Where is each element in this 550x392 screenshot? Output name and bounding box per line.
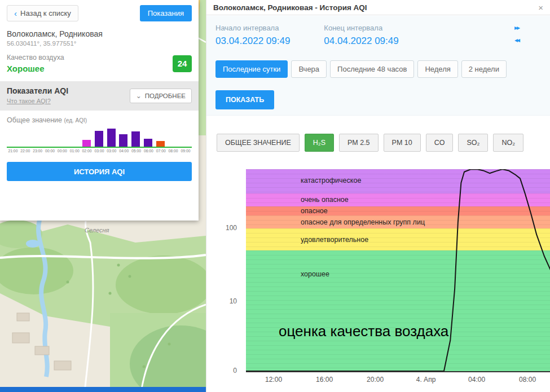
series-line-layer xyxy=(246,169,550,372)
x-tick-label: 08:00 xyxy=(519,376,536,384)
air-quality-label: Качество воздуха xyxy=(7,54,64,61)
details-button-label: ПОДРОБНЕЕ xyxy=(145,93,186,99)
aqi-indicators-section: Показатели AQI Что такое AQI? ⌄ ПОДРОБНЕ… xyxy=(0,81,199,111)
history-aqi-button[interactable]: ИСТОРИЯ AQI xyxy=(7,162,192,181)
map-attribution-bar xyxy=(0,387,206,392)
metric-tab-5[interactable]: CO xyxy=(426,134,454,152)
back-button-label: Назад к списку xyxy=(20,9,71,17)
mini-bar xyxy=(95,131,103,147)
mini-time-label: 03:00 xyxy=(93,149,105,153)
mini-time-label: 00:00 xyxy=(56,149,68,153)
station-name: Волоколамск, Родниковая xyxy=(7,29,192,38)
y-tick-label: 0 xyxy=(206,367,237,375)
mini-aqi-time-axis: 21:0022:0023:0000:0000:0001:0002:0003:00… xyxy=(7,149,192,153)
metric-tab-2[interactable]: H₂S xyxy=(305,134,334,152)
x-tick-label: 4. Апр xyxy=(416,376,436,384)
range-tab-4[interactable]: Неделя xyxy=(417,60,457,78)
mini-time-label: 09:00 xyxy=(179,149,192,153)
h2s-series-line xyxy=(246,169,550,371)
rewind-icon[interactable]: ◂◂ xyxy=(514,36,519,44)
range-tab-1[interactable]: Последние сутки xyxy=(215,60,288,78)
history-panel: Волоколамск, Родниковая - История AQI × … xyxy=(206,0,550,392)
air-quality-value: Хорошее xyxy=(7,64,64,73)
station-card: ‹ Назад к списку Показания Волоколамск, … xyxy=(0,0,199,221)
x-axis-labels: 12:0016:0020:004. Апр04:0008:00 xyxy=(246,376,550,387)
mini-bar xyxy=(119,134,127,147)
range-tabs: Последние суткиВчераПоследние 48 часовНе… xyxy=(215,60,542,78)
readings-button[interactable]: Показания xyxy=(140,5,192,21)
chevron-down-icon: ⌄ xyxy=(136,94,142,98)
panel-title: Волоколамск, Родниковая - История AQI xyxy=(213,3,367,12)
interval-controls: Начало интервала 03.04.2022 09:49 Конец … xyxy=(206,16,550,116)
range-tab-3[interactable]: Последние 48 часов xyxy=(330,60,414,78)
mini-time-label: 08:00 xyxy=(167,149,179,153)
close-icon[interactable]: × xyxy=(538,3,543,12)
mini-time-label: 07:00 xyxy=(155,149,167,153)
start-datetime-input[interactable]: 03.04.2022 09:49 xyxy=(215,36,290,47)
back-to-list-button[interactable]: ‹ Назад к списку xyxy=(7,5,78,21)
chevron-left-icon: ‹ xyxy=(14,11,17,16)
mini-time-label: 23:00 xyxy=(32,149,44,153)
y-axis-labels: 100100 xyxy=(206,169,241,372)
chart-plot-area: хорошееудовлетворительноеопасное для опр… xyxy=(246,169,550,372)
mini-aqi-chart: 21:0022:0023:0000:0000:0001:0002:0003:00… xyxy=(7,127,192,153)
mini-time-label: 05:00 xyxy=(130,149,143,153)
metric-tab-3[interactable]: PM 2.5 xyxy=(339,134,379,152)
mini-time-label: 04:00 xyxy=(118,149,130,153)
mini-bar xyxy=(131,131,140,147)
mini-aqi-bars xyxy=(7,127,192,148)
mini-time-label: 03:00 xyxy=(105,149,118,153)
metric-tab-6[interactable]: SO₂ xyxy=(458,134,488,152)
range-tab-2[interactable]: Вчера xyxy=(291,60,327,78)
overall-units: (ед. AQI) xyxy=(64,117,87,124)
start-interval-label: Начало интервала xyxy=(215,24,290,32)
fast-forward-icon[interactable]: ▸▸ xyxy=(514,24,519,32)
metric-tab-7[interactable]: NO₂ xyxy=(493,134,523,152)
range-tab-5[interactable]: 2 недели xyxy=(461,60,507,78)
end-datetime-input[interactable]: 04.04.2022 09:49 xyxy=(324,36,398,47)
station-coordinates: 56.030411°, 35.977551° xyxy=(7,40,192,47)
aqi-history-chart: 100100 хорошееудовлетворительноеопасное … xyxy=(206,169,550,386)
end-interval-label: Конец интервала xyxy=(324,24,398,32)
x-tick-label: 04:00 xyxy=(468,376,485,384)
mini-bar xyxy=(107,129,116,147)
x-tick-label: 16:00 xyxy=(316,376,333,384)
mini-time-label: 01:00 xyxy=(68,149,81,153)
indicators-title: Показатели AQI xyxy=(7,86,68,95)
chart-overlay-annotation: оценка качества воздаха xyxy=(279,323,448,340)
details-button[interactable]: ⌄ ПОДРОБНЕЕ xyxy=(130,89,192,103)
y-tick-label: 10 xyxy=(206,297,237,305)
mini-time-label: 00:00 xyxy=(44,149,56,153)
y-tick-label: 100 xyxy=(206,224,237,232)
mini-bar xyxy=(82,140,91,147)
mini-bar xyxy=(144,139,152,147)
x-tick-label: 12:00 xyxy=(265,376,282,384)
metric-tabs: ОБЩЕЕ ЗНАЧЕНИЕH₂SPM 2.5PM 10COSO₂NO₂ xyxy=(217,134,523,152)
mini-time-label: 02:00 xyxy=(81,149,93,153)
overall-value-label: Общее значение (ед. AQI) xyxy=(7,116,192,124)
x-tick-label: 20:00 xyxy=(367,376,384,384)
metric-tab-1[interactable]: ОБЩЕЕ ЗНАЧЕНИЕ xyxy=(217,134,300,152)
map-place-label: Селесня xyxy=(85,227,109,234)
mini-bar xyxy=(156,141,165,147)
what-is-aqi-link[interactable]: Что такое AQI? xyxy=(7,98,51,104)
aqi-badge: 24 xyxy=(173,55,192,72)
show-button[interactable]: ПОКАЗАТЬ xyxy=(215,90,274,109)
mini-time-label: 06:00 xyxy=(142,149,155,153)
air-quality-app: Селесня ‹ Назад к списку Показания Волок… xyxy=(0,0,550,392)
metric-tab-4[interactable]: PM 10 xyxy=(384,134,421,152)
mini-time-label: 22:00 xyxy=(19,149,32,153)
mini-time-label: 21:00 xyxy=(7,149,19,153)
panel-header: Волоколамск, Родниковая - История AQI × xyxy=(206,0,550,15)
